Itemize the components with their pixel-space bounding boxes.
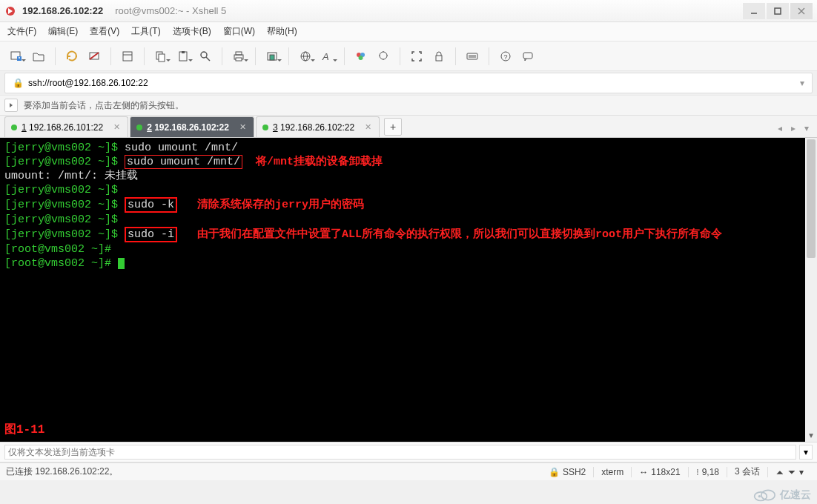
tab-scroll-right-button[interactable]: ▸ bbox=[787, 122, 799, 134]
copy-button[interactable] bbox=[150, 46, 171, 67]
status-cursor: ⁝9,18 bbox=[689, 467, 727, 477]
terminal-line: [jerry@vms002 ~]$ sudo umount /mnt/ bbox=[4, 141, 813, 155]
toolbar-separator bbox=[489, 47, 489, 65]
toolbar-separator bbox=[222, 47, 222, 65]
svg-line-16 bbox=[206, 57, 210, 61]
send-input[interactable] bbox=[4, 445, 796, 460]
svg-rect-9 bbox=[123, 52, 132, 61]
maximize-button[interactable] bbox=[767, 3, 789, 19]
watermark-text: 亿速云 bbox=[780, 488, 811, 502]
tab-close-button[interactable]: ✕ bbox=[365, 122, 371, 132]
figure-label: 图1-11 bbox=[4, 423, 44, 437]
tab-close-button[interactable]: ✕ bbox=[239, 122, 246, 132]
highlight-button[interactable] bbox=[373, 46, 394, 67]
fullscreen-button[interactable] bbox=[406, 46, 427, 67]
tab-scroll-left-button[interactable]: ◂ bbox=[774, 122, 786, 134]
title-bar: 192.168.26.102:22 root@vms002:~ - Xshell… bbox=[0, 0, 817, 22]
svg-rect-19 bbox=[236, 58, 242, 61]
svg-rect-12 bbox=[159, 54, 165, 62]
file-transfer-button[interactable] bbox=[262, 46, 282, 67]
window-title-secondary: root@vms002:~ - Xshell 5 bbox=[115, 5, 226, 16]
session-tab-1[interactable]: 1 192.168.26.101:22 ✕ bbox=[4, 116, 128, 137]
add-session-arrow-button[interactable] bbox=[4, 99, 18, 112]
status-dot-icon bbox=[11, 125, 17, 130]
scroll-down-button[interactable]: ▾ bbox=[805, 430, 817, 442]
svg-point-38 bbox=[761, 490, 775, 500]
status-size: ↔118x21 bbox=[632, 467, 687, 477]
lock-icon: 🔒 bbox=[13, 78, 24, 88]
properties-button[interactable] bbox=[117, 46, 138, 67]
session-tab-3[interactable]: 3 192.168.26.102:22 ✕ bbox=[256, 116, 380, 137]
print-button[interactable] bbox=[228, 46, 249, 67]
tab-label: 1 192.168.26.101:22 bbox=[22, 122, 103, 133]
terminal-scrollbar[interactable]: ▴ ▾ bbox=[805, 138, 817, 442]
address-url: ssh://root@192.168.26.102:22 bbox=[28, 78, 148, 88]
menu-help[interactable]: 帮助(H) bbox=[267, 25, 297, 38]
terminal-pane[interactable]: [jerry@vms002 ~]$ sudo umount /mnt/[jerr… bbox=[0, 138, 817, 442]
svg-point-29 bbox=[380, 52, 387, 59]
svg-point-15 bbox=[201, 52, 207, 58]
lock-button[interactable] bbox=[429, 46, 449, 67]
close-button[interactable] bbox=[790, 3, 813, 19]
toolbar-separator bbox=[110, 47, 111, 65]
tab-strip: 1 192.168.26.101:22 ✕ 2 192.168.26.102:2… bbox=[0, 116, 817, 138]
send-bar: ▾ bbox=[0, 442, 817, 462]
tab-label: 3 192.168.26.102:22 bbox=[273, 122, 354, 133]
status-traffic[interactable]: ⏶⏷▾ bbox=[768, 467, 811, 477]
toolbar-separator bbox=[288, 47, 289, 65]
svg-rect-31 bbox=[467, 53, 477, 59]
chat-button[interactable] bbox=[517, 46, 538, 67]
toolbar-separator bbox=[455, 47, 456, 65]
menu-edit[interactable]: 编辑(E) bbox=[48, 25, 78, 38]
traffic-icon: ⏶ bbox=[775, 467, 784, 477]
help-button[interactable]: ? bbox=[495, 46, 516, 67]
reconnect-button[interactable] bbox=[62, 46, 82, 67]
address-dropdown-icon[interactable]: ▾ bbox=[800, 78, 804, 88]
menu-tools[interactable]: 工具(T) bbox=[131, 25, 160, 38]
status-connection: 已连接 192.168.26.102:22。 bbox=[6, 465, 118, 478]
terminal-line: [jerry@vms002 ~]$ sudo -i 由于我们在配置文件中设置了A… bbox=[4, 227, 813, 242]
new-session-button[interactable] bbox=[6, 46, 27, 67]
find-button[interactable] bbox=[195, 46, 216, 67]
language-button[interactable] bbox=[295, 46, 316, 67]
menu-bar: 文件(F) 编辑(E) 查看(V) 工具(T) 选项卡(B) 窗口(W) 帮助(… bbox=[0, 22, 817, 42]
svg-rect-36 bbox=[523, 53, 532, 59]
scrollbar-thumb[interactable] bbox=[807, 139, 816, 258]
address-bar[interactable]: 🔒 ssh://root@192.168.26.102:22 ▾ bbox=[4, 73, 813, 93]
terminal-line: [jerry@vms002 ~]$ sudo -k 清除系统保存的jerry用户… bbox=[4, 197, 813, 213]
session-tab-2[interactable]: 2 192.168.26.102:22 ✕ bbox=[130, 116, 254, 137]
disconnect-button[interactable] bbox=[84, 46, 105, 67]
tab-list-button[interactable]: ▾ bbox=[801, 122, 813, 134]
send-target-dropdown[interactable]: ▾ bbox=[799, 445, 813, 460]
toolbar: A ? bbox=[0, 42, 817, 71]
traffic-icon: ⏷ bbox=[787, 467, 796, 477]
svg-point-37 bbox=[755, 492, 767, 501]
cursor-pos-icon: ⁝ bbox=[696, 467, 699, 477]
toolbar-separator bbox=[344, 47, 345, 65]
open-session-button[interactable] bbox=[28, 46, 49, 67]
svg-text:A: A bbox=[322, 51, 329, 62]
menu-tabs[interactable]: 选项卡(B) bbox=[173, 25, 211, 38]
menu-file[interactable]: 文件(F) bbox=[7, 25, 36, 38]
svg-rect-2 bbox=[775, 8, 781, 14]
menu-view[interactable]: 查看(V) bbox=[90, 25, 119, 38]
minimize-button[interactable] bbox=[743, 3, 765, 19]
terminal-line: [jerry@vms002 ~]$ bbox=[4, 183, 813, 197]
add-tab-button[interactable]: + bbox=[384, 118, 402, 136]
terminal-line: [root@vms002 ~]# bbox=[4, 256, 813, 271]
color-scheme-button[interactable] bbox=[351, 46, 371, 67]
status-bar: 已连接 192.168.26.102:22。 🔒SSH2 xterm ↔118x… bbox=[0, 462, 817, 480]
toolbar-separator bbox=[55, 47, 56, 65]
svg-point-28 bbox=[359, 56, 363, 60]
terminal-line: [root@vms002 ~]# bbox=[4, 242, 813, 256]
keyboard-button[interactable] bbox=[462, 46, 483, 67]
svg-text:?: ? bbox=[504, 53, 508, 61]
font-button[interactable]: A bbox=[317, 46, 338, 67]
menu-window[interactable]: 窗口(W) bbox=[223, 25, 255, 38]
paste-button[interactable] bbox=[173, 46, 194, 67]
svg-rect-21 bbox=[270, 55, 274, 60]
status-terminal-type: xterm bbox=[594, 467, 631, 477]
status-dot-icon bbox=[262, 125, 268, 130]
tab-close-button[interactable]: ✕ bbox=[113, 122, 120, 132]
svg-rect-30 bbox=[436, 56, 442, 61]
